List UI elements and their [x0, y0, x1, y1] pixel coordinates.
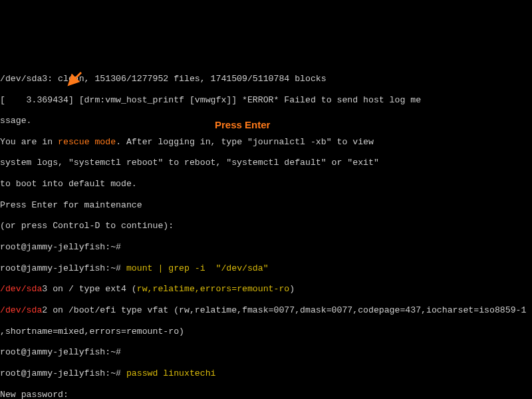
cmd-passwd: passwd linuxtechi [126, 368, 216, 378]
control-d-line: (or press Control-D to continue): [0, 221, 179, 231]
shell-prompt[interactable]: root@jammy-jellyfish:~# [0, 347, 126, 357]
mount-output-sda3-close: ) [289, 284, 295, 294]
mount-output-sda3-opts: rw,relatime,errors=remount-ro [137, 284, 290, 294]
rescue-mode-line3: to boot into default mode. [0, 179, 137, 189]
rescue-mode-highlight: rescue mode [58, 137, 116, 147]
boot-drm-error-line: [ 3.369434] [drm:vmw_host_printf [vmwgfx… [0, 95, 421, 105]
rescue-mode-line: You are in [0, 137, 58, 147]
press-enter-line: Press Enter for maintenance [0, 200, 142, 210]
rescue-mode-line-cont: . After logging in, type "journalctl -xb… [116, 137, 374, 147]
boot-drm-error-line2: ssage. [0, 116, 31, 126]
mount-output-sda2-dev: /dev/sda [0, 305, 42, 315]
terminal[interactable]: Press Enter /dev/sda3: clean, 151306/127… [0, 42, 532, 399]
boot-fsck-line: /dev/sda3: clean, 151306/1277952 files, … [0, 74, 327, 84]
annotation-press-enter: Press Enter [215, 119, 270, 131]
cmd-mount: mount | grep -i "/dev/sda" [126, 263, 269, 273]
shell-prompt[interactable]: root@jammy-jellyfish:~# [0, 368, 126, 378]
passwd-new: New password: [0, 390, 68, 399]
mount-output-sda3: 3 on / type ext4 ( [42, 284, 136, 294]
mount-output-sda2-cont: ,shortname=mixed,errors=remount-ro) [0, 327, 184, 336]
rescue-mode-line2: system logs, "systemctl reboot" to reboo… [0, 158, 379, 168]
mount-output-sda3-dev: /dev/sda [0, 284, 42, 294]
shell-prompt[interactable]: root@jammy-jellyfish:~# [0, 242, 126, 252]
shell-prompt[interactable]: root@jammy-jellyfish:~# [0, 263, 126, 273]
mount-output-sda2: 2 on /boot/efi type vfat (rw,relatime,fm… [42, 305, 526, 315]
